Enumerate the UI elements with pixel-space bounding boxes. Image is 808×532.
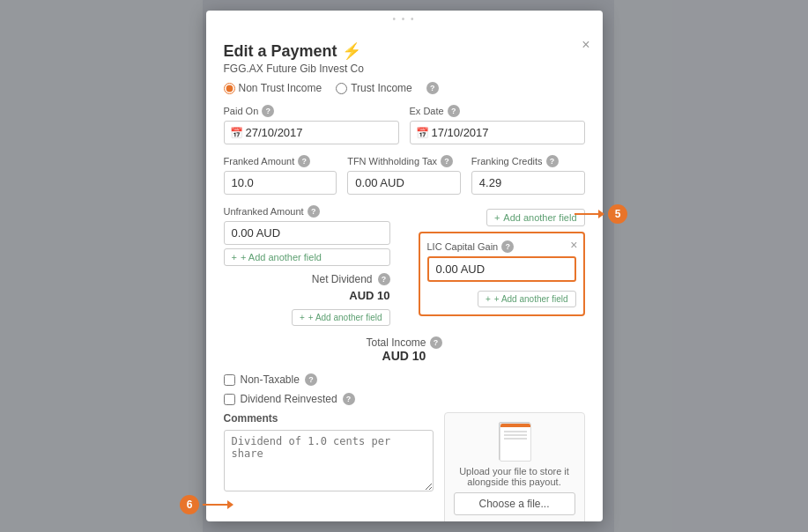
amounts-row: Franked Amount ? TFN Withholding Tax ? xyxy=(224,155,585,195)
non-taxable-label: Non-Taxable xyxy=(241,373,300,386)
comments-col: Comments xyxy=(224,412,434,521)
ex-date-calendar-icon: 📅 xyxy=(416,127,429,139)
calendar-icon: 📅 xyxy=(230,127,243,139)
total-income-label: Total Income ? xyxy=(224,336,585,349)
net-dividend-row: Net Dividend ? xyxy=(224,273,390,285)
lic-add-field-wrapper: + + Add another field xyxy=(427,287,576,307)
unfranked-group: Unfranked Amount ? xyxy=(224,205,390,245)
unfranked-lic-row: Unfranked Amount ? + + Add another field… xyxy=(224,205,585,326)
file-icon-front xyxy=(500,423,531,462)
trust-income-radio[interactable]: Trust Income xyxy=(336,82,412,94)
total-income-section: Total Income ? AUD 10 xyxy=(224,336,585,363)
comments-upload-row: Comments xyxy=(224,412,585,521)
file-icon-lines xyxy=(500,427,530,443)
lic-input[interactable] xyxy=(427,256,576,282)
dividend-reinvested-help[interactable]: ? xyxy=(343,393,355,405)
non-trust-income-radio[interactable]: Non Trust Income xyxy=(224,82,322,94)
ex-date-input[interactable] xyxy=(410,121,585,144)
tfn-group: TFN Withholding Tax ? xyxy=(347,155,461,195)
lic-capital-gain-group: LIC Capital Gain ? × + + Add another fie xyxy=(419,232,585,316)
income-type-group: Non Trust Income Trust Income ? xyxy=(224,82,585,94)
add-field-net-div-label: + Add another field xyxy=(308,313,382,322)
ex-date-input-wrapper: 📅 xyxy=(410,121,585,144)
trust-label: Trust Income xyxy=(351,82,412,94)
net-dividend-help[interactable]: ? xyxy=(378,273,390,285)
lic-remove-button[interactable]: × xyxy=(570,239,577,251)
lic-label: LIC Capital Gain ? xyxy=(427,240,576,253)
dividend-reinvested-row: Dividend Reinvested ? xyxy=(224,393,585,405)
add-field-button-unfranked[interactable]: + + Add another field xyxy=(224,248,390,266)
modal-top-dots: • • • xyxy=(206,11,603,27)
comments-label: Comments xyxy=(224,412,434,425)
lic-input-wrapper xyxy=(427,256,576,282)
add-field-label: + Add another field xyxy=(241,252,322,262)
ex-date-label: Ex Date ? xyxy=(410,105,585,117)
franking-credits-help-icon[interactable]: ? xyxy=(546,155,559,167)
left-column: Unfranked Amount ? + + Add another field… xyxy=(224,205,390,326)
franking-credits-label: Franking Credits ? xyxy=(471,155,585,167)
paid-on-label: Paid On ? xyxy=(224,105,399,117)
income-type-help-icon[interactable]: ? xyxy=(426,82,439,94)
tfn-help-icon[interactable]: ? xyxy=(441,155,453,167)
edit-payment-modal: • • • Edit a Payment ⚡ FGG.AX Future Gib… xyxy=(206,11,603,521)
non-trust-radio-input[interactable] xyxy=(224,83,235,94)
franked-help-icon[interactable]: ? xyxy=(298,155,310,167)
ex-date-group: Ex Date ? 📅 xyxy=(410,105,585,144)
choose-file-button[interactable]: Choose a file... xyxy=(454,492,575,515)
file-icon-stack xyxy=(499,422,530,461)
tfn-label: TFN Withholding Tax ? xyxy=(347,155,461,167)
modal-subtitle: FGG.AX Future Gib Invest Co xyxy=(224,63,585,75)
add-field-net-div-wrapper: + + Add another field xyxy=(224,306,390,326)
file-icon-back xyxy=(499,422,530,461)
modal-header: Edit a Payment ⚡ FGG.AX Future Gib Inves… xyxy=(206,27,603,82)
net-dividend-label: Net Dividend xyxy=(312,273,373,285)
non-taxable-row: Non-Taxable ? xyxy=(224,373,585,386)
franked-amount-label: Franked Amount ? xyxy=(224,155,337,167)
tfn-input[interactable] xyxy=(347,171,461,195)
paid-on-input[interactable] xyxy=(224,121,399,144)
date-row: Paid On ? 📅 Ex Date ? xyxy=(224,105,585,144)
modal-body: Non Trust Income Trust Income ? Paid On … xyxy=(206,82,603,521)
non-taxable-checkbox[interactable] xyxy=(224,374,235,386)
paid-on-help-icon[interactable]: ? xyxy=(262,105,274,117)
paid-on-group: Paid On ? 📅 xyxy=(224,105,399,144)
lightning-icon: ⚡ xyxy=(342,42,361,60)
franked-amount-group: Franked Amount ? xyxy=(224,155,337,195)
net-dividend-value: AUD 10 xyxy=(224,289,390,302)
file-upload-text: Upload your file to store it alongside t… xyxy=(454,466,575,487)
trust-radio-input[interactable] xyxy=(336,83,347,94)
upload-col: Upload your file to store it alongside t… xyxy=(444,412,585,521)
file-upload-area: Upload your file to store it alongside t… xyxy=(444,412,585,521)
add-field-icon: + xyxy=(232,252,237,262)
modal-title-text: Edit a Payment xyxy=(224,42,337,60)
net-dividend-area: Net Dividend ? AUD 10 + + Add another fi… xyxy=(224,273,390,326)
add-field-top-right: + Add another field xyxy=(419,205,585,226)
dividend-reinvested-label: Dividend Reinvested xyxy=(241,393,337,405)
non-trust-label: Non Trust Income xyxy=(239,82,322,94)
total-income-help[interactable]: ? xyxy=(430,336,442,349)
add-field-button-top[interactable]: + Add another field xyxy=(486,209,585,226)
total-income-value: AUD 10 xyxy=(224,349,585,363)
right-column: + Add another field LIC Capital Gain ? × xyxy=(419,205,585,316)
lic-help-icon[interactable]: ? xyxy=(501,240,514,253)
dividend-reinvested-checkbox[interactable] xyxy=(224,394,235,405)
add-field-net-dividend[interactable]: + + Add another field xyxy=(292,309,390,326)
modal-title: Edit a Payment ⚡ xyxy=(224,41,585,61)
franking-credits-input[interactable] xyxy=(471,171,585,195)
annotation-badge-5: 5 xyxy=(608,204,627,224)
unfranked-help-icon[interactable]: ? xyxy=(308,205,320,218)
paid-on-input-wrapper: 📅 xyxy=(224,121,399,144)
unfranked-label: Unfranked Amount ? xyxy=(224,205,390,218)
close-button[interactable]: × xyxy=(582,38,589,52)
add-field-lic[interactable]: + + Add another field xyxy=(478,291,576,307)
comments-textarea[interactable] xyxy=(224,430,434,491)
non-taxable-help[interactable]: ? xyxy=(305,373,317,386)
ex-date-help-icon[interactable]: ? xyxy=(448,105,460,117)
add-field-lic-label: + Add another field xyxy=(494,294,568,304)
franked-amount-input[interactable] xyxy=(224,171,337,195)
annotation-badge-6: 6 xyxy=(180,495,199,514)
franking-credits-group: Franking Credits ? xyxy=(471,155,585,195)
unfranked-input[interactable] xyxy=(224,221,390,245)
